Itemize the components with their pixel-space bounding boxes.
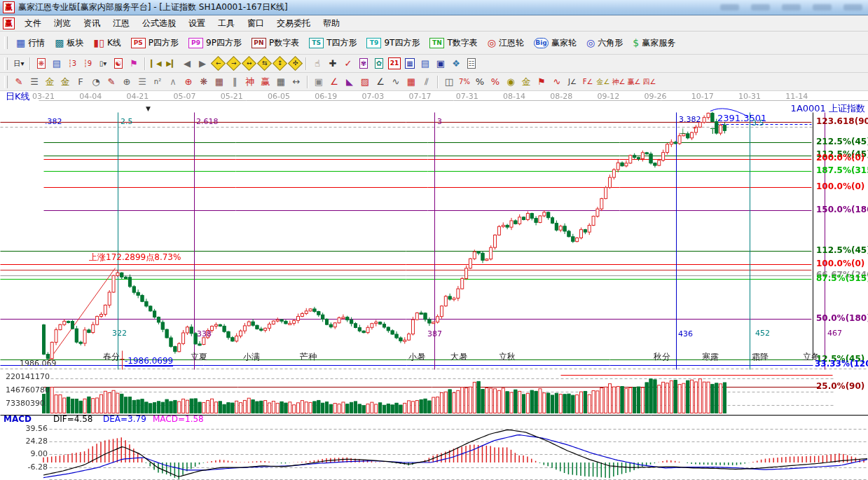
hand-tool-icon[interactable]: ☝ <box>310 57 325 71</box>
check-mark-icon[interactable]: ✓ <box>340 57 356 71</box>
p-number-table-button[interactable]: PNP数字表 <box>247 36 304 50</box>
bar-pair-tool-icon[interactable]: ∥ <box>227 75 242 89</box>
box-select-tool-icon[interactable]: ▣ <box>311 75 326 89</box>
f-angle-tool-icon[interactable]: F∠ <box>580 75 595 89</box>
quotes-button[interactable]: ▦行情 <box>11 36 50 50</box>
menu-item-公式选股[interactable]: 公式选股 <box>136 16 182 31</box>
calendar-icon[interactable]: 21 <box>387 57 402 71</box>
t-number-table-button-icon: TN <box>429 38 444 48</box>
grid-web-tool-icon[interactable]: ▦ <box>212 75 227 89</box>
kline-3-icon[interactable]: ┆3 <box>64 57 80 71</box>
save-icon[interactable]: ▣ <box>433 57 448 71</box>
fibonacci-grid-tool-icon[interactable]: F <box>73 75 88 89</box>
chevron-down-icon[interactable]: ▼ <box>146 104 151 114</box>
yinyang-icon[interactable]: ☯ <box>111 57 126 71</box>
expand-diamond-icon[interactable]: ✣ <box>287 57 303 71</box>
gann-wheel-button[interactable]: ◎江恩轮 <box>483 36 529 50</box>
network-icon[interactable]: ❋ <box>34 57 49 71</box>
candle-style-dropdown[interactable]: ▯▾ <box>95 57 111 71</box>
kline-button[interactable]: ▮▯K线 <box>88 36 125 50</box>
percent-lines-tool-icon[interactable]: % <box>488 75 503 89</box>
gold-angle-tool-icon[interactable]: 金∠ <box>595 75 611 89</box>
gann-target-tool-icon[interactable]: ⊕ <box>181 75 196 89</box>
gann-purple-icon[interactable]: ✾ <box>356 57 371 71</box>
toolbar-separator <box>307 76 308 88</box>
zoom-right-diamond-icon[interactable]: → <box>226 57 241 71</box>
zoom-left-diamond-icon[interactable]: ← <box>210 57 226 71</box>
date-tick-08-28: 08-28 <box>550 92 572 101</box>
gann-level-label: 212.5%(45) <box>816 137 868 146</box>
menu-item-江恩[interactable]: 江恩 <box>106 16 136 31</box>
pencil-tool-icon[interactable]: ✎ <box>11 75 27 89</box>
flag-pencil-tool-icon[interactable]: ⚑ <box>534 75 549 89</box>
fan-box-tool-icon[interactable]: ◣ <box>342 75 357 89</box>
shen-tool-icon[interactable]: 神 <box>242 75 258 89</box>
gann-lines-tool-icon[interactable]: ☰ <box>27 75 42 89</box>
fan-red-tool-icon[interactable]: ∠ <box>326 75 342 89</box>
swap-diamond-icon[interactable]: ⇆ <box>256 57 272 71</box>
menu-item-资讯[interactable]: 资讯 <box>77 16 106 31</box>
t-number-table-button[interactable]: TNT数字表 <box>425 36 482 50</box>
slant-lines-tool-icon[interactable]: ⫽ <box>419 75 434 89</box>
last-page-icon[interactable]: ▶▎ <box>164 57 179 71</box>
sectors-button[interactable]: ▩板块 <box>50 36 88 50</box>
t9-square-button[interactable]: T99T四方形 <box>361 36 425 50</box>
menu-item-交易委托[interactable]: 交易委托 <box>270 16 317 31</box>
p-square-button[interactable]: PSP四方形 <box>126 36 184 50</box>
prev-page-icon[interactable]: ◀ <box>179 57 195 71</box>
span-arrow-tool-icon[interactable]: ↔ <box>289 75 304 89</box>
calculator-icon[interactable]: ▦ <box>402 57 418 71</box>
first-page-icon[interactable]: ▎◀ <box>149 57 164 71</box>
p9-square-button[interactable]: P99P四方形 <box>184 36 247 50</box>
menu-item-工具[interactable]: 工具 <box>212 16 241 31</box>
notepad-icon[interactable]: ▤ <box>418 57 433 71</box>
menu-item-文件[interactable]: 文件 <box>18 16 48 31</box>
info-list-icon[interactable]: ▤ <box>49 57 64 71</box>
color-flag-icon[interactable]: ⚑ <box>126 57 142 71</box>
winner-service-button[interactable]: $赢家服务 <box>628 36 680 50</box>
wave-gold-tool-icon[interactable]: ∿ <box>549 75 565 89</box>
share-icon[interactable]: ❖ <box>448 57 464 71</box>
percent-tool-icon[interactable]: % <box>472 75 488 89</box>
next-page-icon[interactable]: ▶ <box>195 57 210 71</box>
ying-tool-icon[interactable]: 赢 <box>258 75 273 89</box>
stat-column-tool-icon[interactable]: ◫ <box>441 75 457 89</box>
pencil-b-tool-icon[interactable]: ✎ <box>104 75 119 89</box>
spiral-tool-icon[interactable]: ◔ <box>88 75 104 89</box>
t-square-button[interactable]: TST四方形 <box>304 36 361 50</box>
crosshair-tool-icon[interactable]: ✚ <box>325 57 340 71</box>
gold-circle-tool-icon[interactable]: ◉ <box>503 75 518 89</box>
si-angle-tool-icon[interactable]: 四∠ <box>642 75 657 89</box>
fan-plain-tool-icon[interactable]: ∠ <box>373 75 388 89</box>
chart-area[interactable]: 日K线 1A0001 上证指数 ▼ 上涨172.2899点8.73% 1986.… <box>0 91 868 480</box>
menu-item-设置[interactable]: 设置 <box>182 16 212 31</box>
wave-tool-icon[interactable]: ∿ <box>388 75 404 89</box>
menu-item-帮助[interactable]: 帮助 <box>317 16 346 31</box>
n-square-tool-icon[interactable]: n² <box>150 75 165 89</box>
winner-wheel-button[interactable]: Big赢家轮 <box>529 36 581 50</box>
spider-web-tool-icon[interactable]: ❋ <box>196 75 212 89</box>
shen-angle-tool-icon[interactable]: 神∠ <box>611 75 626 89</box>
red-grid-tool-icon[interactable]: ▦ <box>404 75 419 89</box>
web-box-tool-icon[interactable]: ▨ <box>357 75 373 89</box>
zoom-h-diamond-icon[interactable]: ↔ <box>241 57 256 71</box>
time-grid-tool-icon[interactable]: ☰ <box>135 75 150 89</box>
j-angle-tool-icon[interactable]: J∠ <box>565 75 580 89</box>
gann-teal-icon[interactable]: ✿ <box>371 57 387 71</box>
gold-grid-b-tool-icon[interactable]: 金 <box>57 75 73 89</box>
menu-item-浏览[interactable]: 浏览 <box>48 16 77 31</box>
menu-item-窗口[interactable]: 窗口 <box>241 16 270 31</box>
period-day-dropdown[interactable]: 日▾ <box>11 57 27 71</box>
hexagon-button[interactable]: ◎六角形 <box>581 36 628 50</box>
print-icon[interactable]: ☷ <box>464 57 479 71</box>
gold-lines-tool-icon[interactable]: 金 <box>518 75 534 89</box>
angle-mirror-tool-icon[interactable]: ∧ <box>165 75 181 89</box>
ying-angle-tool-icon[interactable]: 赢∠ <box>626 75 642 89</box>
percent7-tool-icon[interactable]: 7% <box>457 75 472 89</box>
zoom-v-diamond-icon[interactable]: ↕ <box>272 57 287 71</box>
gold-grid-a-tool-icon[interactable]: 金 <box>42 75 57 89</box>
kline-9-icon[interactable]: ┆9 <box>80 57 95 71</box>
t9-square-button-icon: T9 <box>366 38 381 48</box>
ruler-123-tool-icon[interactable]: ▦ <box>273 75 289 89</box>
cycle-circle-tool-icon[interactable]: ⊕ <box>119 75 135 89</box>
